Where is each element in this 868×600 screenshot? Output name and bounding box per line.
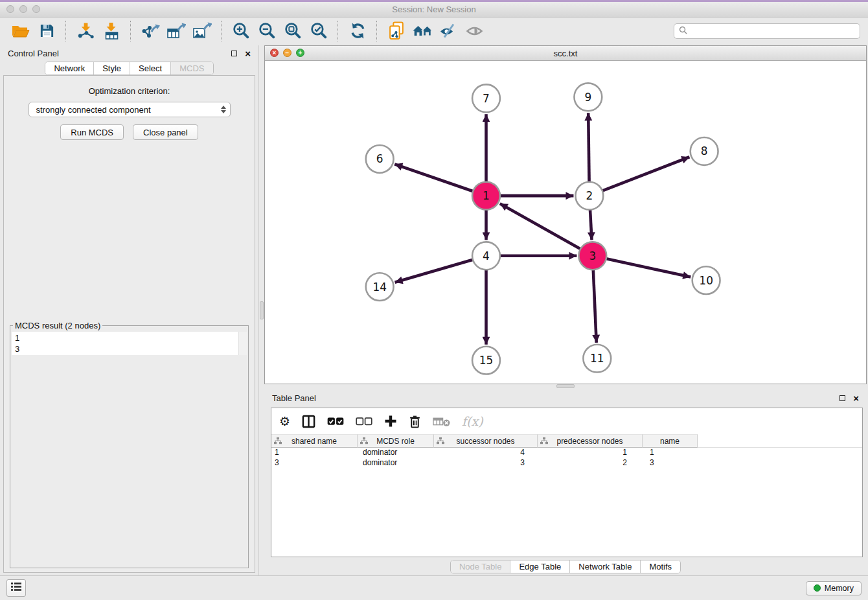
control-panel-title: Control Panel bbox=[8, 49, 231, 58]
table-toolbar: ⚙f(x) bbox=[271, 408, 862, 434]
tab-network-table[interactable]: Network Table bbox=[569, 560, 640, 573]
deselect-all-icon[interactable] bbox=[356, 417, 372, 426]
column-layout-icon[interactable] bbox=[302, 415, 315, 428]
criterion-select[interactable]: strongly connected component bbox=[29, 102, 231, 117]
tab-select[interactable]: Select bbox=[130, 62, 170, 75]
zoom-selected-icon[interactable] bbox=[308, 20, 330, 42]
open-session-icon[interactable] bbox=[10, 20, 32, 42]
cell-name[interactable]: 3 bbox=[643, 458, 698, 468]
node-15[interactable]: 15 bbox=[472, 347, 500, 375]
window-close-button[interactable] bbox=[6, 5, 14, 13]
float-panel-icon[interactable] bbox=[231, 51, 237, 56]
window-maximize-button[interactable] bbox=[32, 5, 40, 13]
edge-3-1[interactable] bbox=[500, 203, 581, 249]
column-header-MCDS-role[interactable]: MCDS role bbox=[358, 434, 434, 448]
edge-1-6[interactable] bbox=[394, 164, 474, 191]
cell-shared-name[interactable]: 3 bbox=[271, 458, 358, 468]
node-10[interactable]: 10 bbox=[692, 266, 720, 294]
panel-splitter[interactable] bbox=[259, 45, 264, 575]
node-3[interactable]: 3 bbox=[578, 242, 606, 270]
edge-2-9[interactable] bbox=[588, 113, 589, 183]
node-8[interactable]: 8 bbox=[691, 137, 718, 165]
import-network-icon[interactable] bbox=[74, 20, 97, 42]
node-7[interactable]: 7 bbox=[472, 84, 500, 112]
close-table-panel-icon[interactable]: × bbox=[853, 395, 859, 402]
table-settings-icon[interactable]: ⚙ bbox=[279, 415, 290, 428]
tab-motifs[interactable]: Motifs bbox=[640, 560, 680, 573]
result-scrollbar[interactable] bbox=[238, 332, 247, 355]
cell-MCDS-role[interactable]: dominator bbox=[358, 458, 434, 468]
delete-column-icon[interactable] bbox=[409, 415, 421, 428]
hide-selected-icon[interactable] bbox=[437, 20, 459, 42]
zoom-fit-icon[interactable] bbox=[282, 20, 304, 42]
close-panel-icon[interactable]: × bbox=[245, 51, 251, 57]
network-close-button[interactable]: × bbox=[270, 49, 279, 57]
search-box[interactable] bbox=[674, 23, 860, 39]
table-row[interactable]: 1dominator411 bbox=[271, 448, 862, 458]
cell-predecessor-nodes[interactable]: 2 bbox=[538, 458, 643, 468]
cell-successor-nodes[interactable]: 3 bbox=[434, 458, 538, 468]
network-minimize-button[interactable]: − bbox=[283, 49, 291, 57]
node-14[interactable]: 14 bbox=[366, 273, 394, 301]
edge-4-14[interactable] bbox=[395, 259, 474, 282]
export-table-icon[interactable] bbox=[165, 20, 187, 42]
duplicate-network-icon[interactable] bbox=[385, 20, 407, 42]
node-1[interactable]: 1 bbox=[472, 182, 500, 210]
svg-text:10: 10 bbox=[699, 274, 713, 287]
window-minimize-button[interactable] bbox=[19, 5, 27, 13]
column-header-name[interactable]: name bbox=[643, 434, 698, 448]
add-column-icon[interactable] bbox=[384, 415, 397, 428]
edge-2-8[interactable] bbox=[602, 157, 689, 191]
save-session-icon[interactable] bbox=[36, 20, 58, 42]
export-network-icon[interactable] bbox=[139, 20, 161, 42]
cell-name[interactable]: 1 bbox=[643, 448, 698, 458]
import-table-icon[interactable] bbox=[100, 20, 122, 42]
cell-predecessor-nodes[interactable]: 1 bbox=[538, 448, 643, 458]
table-row[interactable]: 3dominator323 bbox=[271, 458, 862, 468]
column-type-icon bbox=[274, 437, 282, 447]
zoom-out-icon[interactable] bbox=[256, 20, 278, 42]
tab-mcds[interactable]: MCDS bbox=[170, 62, 212, 75]
memory-button[interactable]: Memory bbox=[806, 581, 862, 595]
column-header-successor-nodes[interactable]: successor nodes bbox=[434, 434, 538, 448]
tab-network[interactable]: Network bbox=[45, 62, 93, 75]
criterion-select-value: strongly connected component bbox=[36, 105, 221, 115]
node-9[interactable]: 9 bbox=[574, 83, 602, 111]
float-table-panel-icon[interactable] bbox=[839, 395, 845, 401]
first-neighbors-icon[interactable] bbox=[411, 20, 433, 42]
run-mcds-button[interactable]: Run MCDS bbox=[60, 124, 124, 140]
node-6[interactable]: 6 bbox=[366, 145, 394, 173]
zoom-in-icon[interactable] bbox=[230, 20, 252, 42]
column-header-label: successor nodes bbox=[456, 437, 514, 446]
refresh-icon[interactable] bbox=[347, 20, 369, 42]
mcds-result-title: MCDS result (2 nodes) bbox=[13, 321, 102, 330]
svg-text:11: 11 bbox=[590, 352, 604, 365]
network-canvas[interactable]: 7968124314101511 bbox=[265, 61, 866, 384]
export-image-icon[interactable] bbox=[191, 20, 213, 42]
tab-style[interactable]: Style bbox=[93, 62, 130, 75]
cell-shared-name[interactable]: 1 bbox=[271, 448, 358, 458]
close-panel-button[interactable]: Close panel bbox=[133, 124, 198, 140]
search-input[interactable] bbox=[691, 26, 855, 36]
node-11[interactable]: 11 bbox=[583, 345, 611, 373]
node-2[interactable]: 2 bbox=[575, 182, 603, 210]
task-history-button[interactable] bbox=[6, 579, 26, 597]
column-header-predecessor-nodes[interactable]: predecessor nodes bbox=[538, 434, 643, 448]
select-all-icon[interactable] bbox=[327, 417, 344, 426]
edge-3-10[interactable] bbox=[606, 259, 691, 277]
table-column-headers: shared nameMCDS rolesuccessor nodesprede… bbox=[271, 434, 862, 448]
column-header-label: name bbox=[660, 437, 680, 446]
cell-MCDS-role[interactable]: dominator bbox=[358, 448, 434, 458]
function-builder-icon: f(x) bbox=[462, 415, 483, 428]
node-4[interactable]: 4 bbox=[472, 242, 500, 270]
tab-edge-table[interactable]: Edge Table bbox=[510, 560, 569, 573]
tab-node-table[interactable]: Node Table bbox=[451, 560, 510, 573]
edge-2-3[interactable] bbox=[590, 209, 592, 240]
status-bar: Memory bbox=[0, 575, 868, 600]
mcds-result-node: 3 bbox=[15, 343, 235, 354]
column-header-shared-name[interactable]: shared name bbox=[271, 434, 358, 448]
edge-3-11[interactable] bbox=[593, 269, 597, 343]
cell-successor-nodes[interactable]: 4 bbox=[434, 448, 538, 458]
node-table: ⚙f(x) shared nameMCDS rolesuccessor node… bbox=[271, 408, 863, 557]
network-maximize-button[interactable]: + bbox=[296, 49, 304, 57]
